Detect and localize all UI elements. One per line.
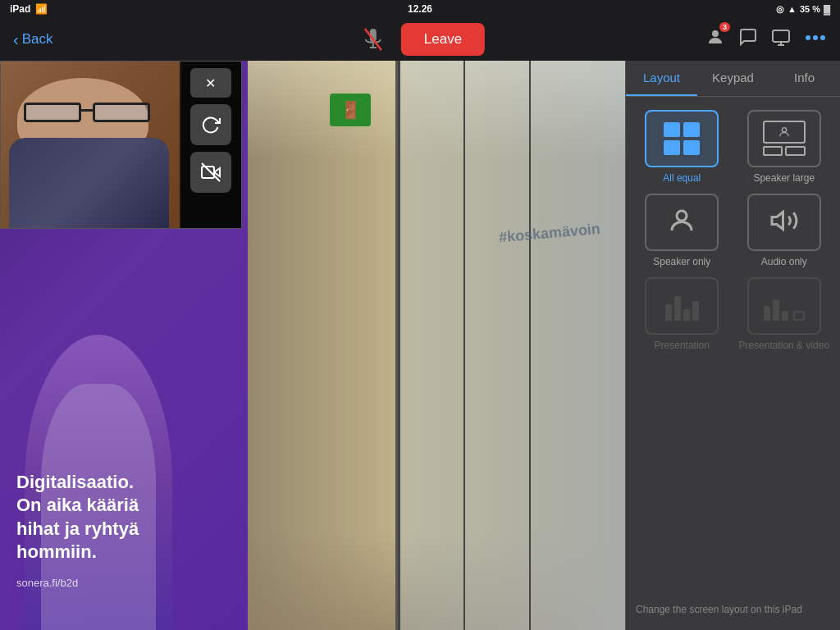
back-button[interactable]: ‹ Back — [0, 18, 66, 61]
mute-button[interactable] — [355, 21, 391, 57]
speaker-large-button[interactable] — [747, 110, 821, 167]
screen-share-button[interactable] — [771, 27, 791, 52]
presentation-button[interactable] — [645, 277, 719, 335]
presentation-video-icon — [764, 291, 805, 321]
presentation-video-label: Presentation & video — [738, 340, 829, 351]
back-label: Back — [22, 31, 53, 48]
pip-close-button[interactable]: ✕ — [190, 68, 231, 98]
all-equal-label: All equal — [663, 172, 701, 184]
svg-point-4 — [712, 30, 719, 37]
pip-camera-rotate-button[interactable] — [190, 104, 231, 145]
audio-only-button[interactable] — [747, 194, 821, 251]
speaker-only-label: Speaker only — [653, 256, 710, 267]
nav-center: Leave — [355, 21, 485, 57]
chat-button[interactable] — [738, 27, 758, 52]
svg-point-10 — [820, 35, 825, 40]
status-left: iPad 📶 — [10, 3, 48, 15]
tab-bar: Layout Keypad Info — [626, 61, 840, 97]
speaker-large-label: Speaker large — [753, 172, 815, 184]
layout-options-grid: All equal Speaker la — [626, 97, 840, 364]
layout-option-presentation[interactable]: Presentation — [636, 277, 728, 351]
status-time: 12.26 — [408, 3, 432, 15]
layout-option-speaker-large[interactable]: Speaker large — [738, 110, 831, 184]
svg-point-15 — [677, 211, 687, 221]
signal-icon: ▲ — [788, 4, 797, 14]
nav-right-icons: 3 — [705, 27, 827, 52]
participants-button[interactable]: 3 — [705, 27, 725, 52]
banner-text: Digitalisaatio. On aika kääriä hihat ja … — [16, 471, 139, 564]
corridor-area: 🚪 #koskamävoin — [248, 61, 625, 630]
battery-pct: 35 % — [800, 4, 820, 14]
pip-video — [1, 62, 181, 228]
exit-sign: 🚪 — [330, 94, 371, 126]
status-right: ◎ ▲ 35 % ▓ — [776, 4, 830, 15]
svg-point-9 — [813, 35, 818, 40]
svg-marker-11 — [214, 168, 220, 176]
layout-option-all-equal[interactable]: All equal — [636, 110, 728, 184]
carrier-label: iPad — [10, 3, 30, 15]
audio-only-icon — [769, 206, 799, 239]
close-icon: ✕ — [205, 75, 216, 91]
main-video-area: B2D Business to Digital Digitalisaatio. … — [0, 61, 625, 630]
glasses-bridge — [80, 109, 94, 112]
layout-option-presentation-video[interactable]: Presentation & video — [738, 277, 831, 351]
svg-point-14 — [782, 128, 786, 132]
audio-only-label: Audio only — [761, 256, 807, 267]
tab-keypad[interactable]: Keypad — [697, 61, 769, 96]
pip-camera-off-button[interactable] — [190, 152, 231, 193]
left-lens — [24, 103, 81, 122]
svg-marker-16 — [772, 212, 783, 230]
right-panel: Layout Keypad Info All equal — [625, 61, 840, 630]
more-button[interactable] — [804, 29, 827, 50]
participants-badge: 3 — [719, 22, 730, 32]
presentation-icon — [665, 291, 699, 321]
presentation-video-button[interactable] — [747, 277, 821, 335]
pip-self-view: ✕ — [0, 61, 242, 229]
battery-icon: ▓ — [824, 4, 830, 14]
banner-url: sonera.fi/b2d — [16, 577, 78, 589]
nav-bar: ‹ Back Leave 3 — [0, 18, 840, 61]
svg-rect-5 — [773, 30, 789, 42]
layout-option-audio-only[interactable]: Audio only — [738, 194, 831, 267]
tab-layout[interactable]: Layout — [626, 61, 697, 96]
layout-hint: Change the screen layout on this iPad — [636, 603, 830, 617]
leave-button[interactable]: Leave — [401, 23, 485, 56]
status-bar: iPad 📶 12.26 ◎ ▲ 35 % ▓ — [0, 0, 840, 18]
all-equal-button[interactable] — [645, 110, 719, 167]
wifi-icon: 📶 — [35, 3, 48, 15]
layout-option-speaker-only[interactable]: Speaker only — [636, 194, 728, 267]
glass-wall — [395, 61, 625, 630]
all-equal-icon — [664, 122, 700, 155]
svg-point-8 — [806, 35, 810, 40]
speaker-only-button[interactable] — [645, 194, 719, 251]
location-icon: ◎ — [776, 4, 784, 15]
speaker-only-icon — [667, 206, 696, 239]
pip-body — [9, 138, 169, 228]
pip-controls: ✕ — [180, 62, 241, 229]
speaker-large-icon — [763, 121, 806, 157]
right-lens — [93, 103, 150, 122]
tab-info[interactable]: Info — [769, 61, 840, 96]
presentation-label: Presentation — [655, 340, 710, 351]
back-chevron-icon: ‹ — [13, 30, 19, 49]
